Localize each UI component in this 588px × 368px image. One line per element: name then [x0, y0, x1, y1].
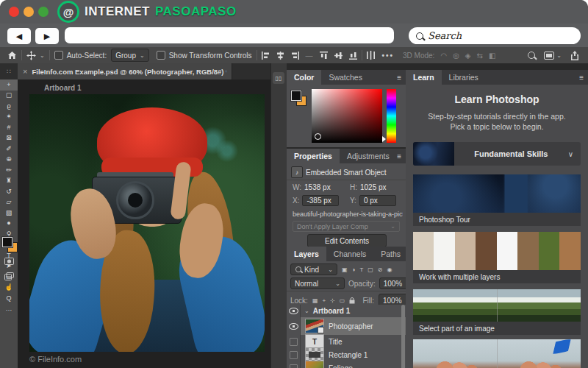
layer-thumbnail[interactable]	[305, 347, 324, 362]
distribute-icon[interactable]	[367, 51, 375, 60]
align-right-edges-icon[interactable]	[291, 52, 299, 60]
marquee-tool[interactable]: ▢	[0, 91, 18, 102]
tab-paths[interactable]: Paths	[373, 247, 408, 261]
visibility-toggle[interactable]	[287, 335, 301, 348]
healing-brush-tool[interactable]: ⊕	[0, 155, 18, 166]
layer-row-foliage[interactable]: Foliage	[287, 361, 406, 368]
gradient-tool[interactable]: ▧	[0, 208, 18, 219]
auto-select-checkbox[interactable]	[54, 51, 63, 60]
quick-selection-tool[interactable]: ✶	[0, 112, 18, 123]
filter-toggle-icon[interactable]: ◉	[387, 266, 392, 273]
align-bottom-edges-icon[interactable]	[349, 52, 357, 60]
tutorial-card-layer-mask[interactable]: Use a layer mask to add an object to an …	[413, 339, 581, 368]
clone-stamp-tool[interactable]: ♜	[0, 176, 18, 187]
visibility-toggle[interactable]	[287, 317, 301, 335]
visibility-toggle[interactable]	[287, 361, 301, 368]
layer-row-artboard[interactable]: ⌄ Artboard 1	[287, 305, 406, 317]
artboard-label[interactable]: Artboard 1	[44, 84, 82, 92]
move-tool[interactable]: +	[0, 79, 18, 91]
panel-menu-icon[interactable]: ≡	[397, 70, 401, 85]
visibility-toggle[interactable]	[287, 348, 301, 361]
expand-chevron-icon[interactable]: ⌄	[304, 308, 309, 314]
move-tool-option[interactable]: ⌄	[26, 47, 45, 63]
lock-position-icon[interactable]: ⊹	[330, 297, 335, 304]
y-position-field[interactable]: 0 px	[359, 195, 396, 206]
hue-slider-marker[interactable]	[382, 136, 386, 142]
hue-slider[interactable]	[387, 89, 396, 143]
filter-adjustment-icon[interactable]: ◑	[352, 266, 356, 273]
panel-menu-icon[interactable]: ≡	[579, 70, 584, 85]
saturation-brightness-field[interactable]	[312, 89, 382, 143]
layers-scrollbar[interactable]	[401, 305, 405, 368]
align-left-edges-icon[interactable]	[262, 52, 270, 60]
color-swatches-widget[interactable]	[2, 237, 15, 250]
tab-adjustments[interactable]: Adjustments	[340, 149, 397, 163]
filter-pixel-icon[interactable]: ▣	[342, 266, 348, 273]
minimize-window-button[interactable]	[24, 7, 34, 17]
share-icon[interactable]	[570, 51, 579, 60]
zoom-tool[interactable]: Q	[0, 293, 18, 304]
filter-smart-icon[interactable]: ⊘	[378, 266, 383, 273]
tab-color[interactable]: Color	[287, 70, 321, 85]
quick-mask-button[interactable]	[0, 256, 18, 267]
lock-artboard-icon[interactable]: ▭	[340, 297, 345, 304]
lock-pixels-icon[interactable]: +	[322, 297, 326, 304]
tab-learn[interactable]: Learn	[406, 70, 442, 85]
align-vertical-centers-icon[interactable]	[334, 52, 343, 60]
history-brush-tool[interactable]: ↺	[0, 186, 18, 197]
tab-swatches[interactable]: Swatches	[321, 70, 370, 85]
filter-type-icon[interactable]: T	[359, 266, 363, 273]
visibility-toggle[interactable]	[287, 305, 301, 317]
fundamental-skills-dropdown[interactable]: Fundamental Skills ∨	[413, 142, 581, 166]
collapsed-panel-icon[interactable]: ▯▯	[273, 72, 284, 84]
layer-thumbnail[interactable]: T	[305, 334, 324, 349]
layer-row-photographer[interactable]: Photographer	[287, 317, 406, 335]
layer-filter-dropdown[interactable]: Kind ⌄	[290, 263, 337, 275]
hand-tool[interactable]: ☝	[0, 283, 18, 294]
layer-comp-dropdown[interactable]: Don't Apply Layer Comp ⌄	[293, 221, 400, 232]
close-icon[interactable]: ×	[23, 67, 27, 76]
foreground-color-swatch[interactable]	[2, 237, 12, 247]
layer-row-title[interactable]: T Title	[287, 335, 406, 348]
x-position-field[interactable]: -385 px	[302, 195, 339, 206]
lasso-tool[interactable]: ϱ	[0, 101, 18, 112]
blend-mode-dropdown[interactable]: Normal ⌄	[290, 277, 345, 289]
filter-shape-icon[interactable]: ▢	[368, 266, 373, 273]
tab-layers[interactable]: Layers	[287, 247, 326, 261]
url-bar[interactable]	[65, 27, 394, 43]
color-picker-marker[interactable]	[315, 133, 321, 140]
layer-thumbnail[interactable]	[305, 361, 324, 368]
tab-properties[interactable]: Properties	[287, 149, 340, 163]
screen-mode-rail-button[interactable]	[0, 271, 18, 282]
align-horizontal-centers-icon[interactable]	[276, 52, 284, 60]
more-options-icon[interactable]: •••	[382, 52, 395, 60]
color-swatches-widget-panel[interactable]	[291, 91, 310, 110]
tutorial-card-photoshop-tour[interactable]: Photoshop Tour	[413, 174, 581, 226]
edit-contents-button[interactable]: Edit Contents	[307, 234, 387, 247]
more-tools[interactable]: …	[0, 304, 18, 315]
close-window-button[interactable]	[9, 7, 19, 17]
auto-select-toggle[interactable]: Auto-Select:	[54, 47, 107, 63]
show-transform-checkbox[interactable]	[157, 51, 165, 60]
show-transform-toggle[interactable]: Show Transform Controls	[157, 47, 252, 63]
layer-thumbnail[interactable]	[305, 319, 324, 333]
tutorial-card-multiple-layers[interactable]: Work with multiple layers	[413, 232, 581, 283]
canvas-area[interactable]: Artboard 1 © FileInfo.com	[18, 79, 270, 368]
back-button[interactable]: ◀	[7, 28, 31, 44]
brush-tool[interactable]: ✏	[0, 165, 18, 176]
search-feature-icon[interactable]	[528, 52, 535, 59]
lock-transparent-icon[interactable]: ▦	[312, 297, 318, 304]
lock-all-icon[interactable]	[349, 297, 355, 304]
eyedropper-tool[interactable]: ✐	[0, 144, 18, 155]
tab-channels[interactable]: Channels	[326, 247, 373, 261]
blur-tool[interactable]: ●	[0, 219, 18, 230]
zoom-window-button[interactable]	[38, 7, 49, 17]
tutorial-card-select-image[interactable]: Select part of an image	[413, 289, 581, 335]
layer-row-rectangle[interactable]: Rectangle 1	[287, 348, 406, 361]
document-tab[interactable]: × FileInfo.com Example.psd @ 60% (Photog…	[18, 63, 232, 79]
forward-button[interactable]: ▶	[35, 28, 59, 44]
eraser-tool[interactable]: ▱	[0, 197, 18, 208]
home-button[interactable]	[7, 47, 17, 63]
foreground-color-swatch[interactable]	[291, 91, 301, 101]
screen-mode-button[interactable]: ⌄	[544, 47, 562, 63]
